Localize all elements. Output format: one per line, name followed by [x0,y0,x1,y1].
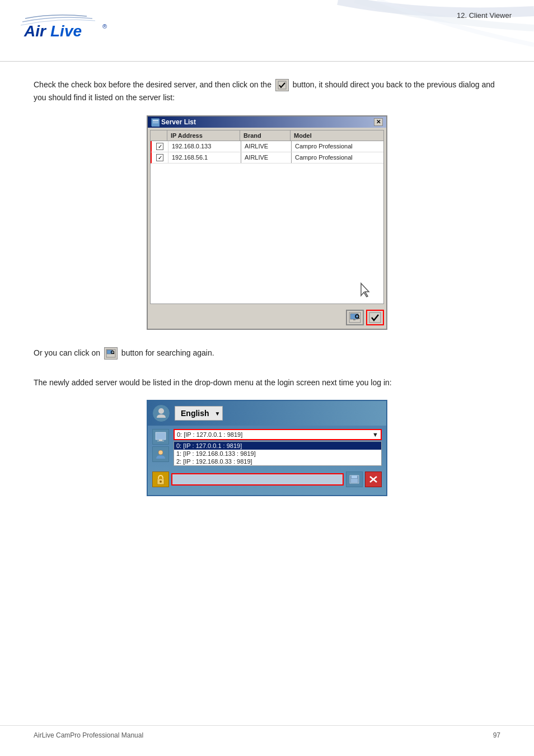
save-icon [349,475,359,484]
or-text: Or you can click on [34,348,100,357]
logo: Air Live ® [20,8,115,42]
dialog-icon [151,118,159,126]
svg-rect-11 [353,319,355,320]
checkbox-cell-2[interactable]: ✓ [152,152,168,163]
person-icon [154,407,168,420]
intro-paragraph: Check the check box before the desired s… [34,78,500,104]
footer-page: 97 [493,731,500,739]
dialog-titlebar-left: Server List [151,118,196,126]
or-text2: button for searching again. [121,348,214,357]
page-header: Air Live ® 12. Client Viewer [0,0,534,62]
search-button[interactable] [346,310,364,325]
lock-icon [156,474,166,485]
brand-cell-1: AIRLIVE [241,141,292,152]
person2-icon [155,449,166,459]
server-list-dialog-wrapper: Server List ✕ IP Address Brand Model ✓ [34,115,500,330]
intro-text-before: Check the check box before the desired s… [34,80,271,89]
dropdown-item-2[interactable]: 2: [IP : 192.168.0.33 : 9819] [174,458,381,465]
dialog-title: Server List [161,118,196,126]
monitor-icon-box [152,429,169,445]
svg-rect-27 [352,475,357,478]
brand-cell-2: AIRLIVE [241,152,292,163]
monitor-icon [155,432,166,442]
page-footer: AirLive CamPro Professional Manual 97 [0,725,534,739]
svg-text:Air: Air [24,22,47,40]
svg-text:Live: Live [50,22,82,40]
svg-rect-28 [351,479,358,483]
inline-search-button [104,347,118,360]
server-dropdown[interactable]: 0: [IP : 127.0.0.1 : 9819] ▼ [174,429,382,440]
login-top-bar: English ▼ [148,401,386,426]
login-middle: 0: [IP : 127.0.0.1 : 9819] ▼ 0: [IP : 12… [148,426,386,469]
footer-manual: AirLive CamPro Professional Manual [34,731,143,739]
cursor-icon [359,282,372,298]
login-screen-wrapper: English ▼ [34,400,500,496]
inline-ok-button [275,79,289,91]
model-cell-2: Campro Professional [292,152,383,163]
server-dropdown-list: 0: [IP : 127.0.0.1 : 9819] 1: [IP : 192.… [174,441,382,466]
ip-cell-2: 192.168.56.1 [168,152,241,163]
language-dropdown[interactable]: English ▼ [175,406,223,421]
dropdown-arrow-icon: ▼ [215,410,221,417]
login-left-icons [152,429,170,462]
svg-rect-6 [153,122,158,122]
save-btn[interactable] [346,472,363,487]
dropdown-item-1[interactable]: 1: [IP : 192.168.0.133 : 9819] [174,450,381,458]
login-description: The newly added server would be listed i… [34,376,500,389]
svg-point-25 [160,480,162,483]
x-icon [368,475,378,484]
svg-point-23 [158,450,163,455]
svg-rect-7 [153,123,158,123]
cancel-btn[interactable] [365,472,382,487]
lock-icon-box [152,472,169,487]
svg-text:®: ® [102,23,107,30]
svg-rect-14 [369,312,381,323]
dialog-footer [148,306,386,329]
header-checkbox-col [151,130,167,141]
ok-button[interactable] [366,310,384,325]
login-bottom-row [148,469,386,489]
login-right-area: 0: [IP : 127.0.0.1 : 9819] ▼ 0: [IP : 12… [174,429,382,466]
language-label: English [177,408,213,419]
search-icon [349,312,361,323]
inline-search-icon [106,349,116,358]
svg-rect-5 [153,120,158,121]
ok-icon [369,312,381,323]
user-avatar-icon [152,404,170,422]
checkbox-2[interactable]: ✓ [156,154,163,161]
person-icon-box [152,446,169,462]
dropdown-arrow2-icon: ▼ [372,431,378,438]
table-header: IP Address Brand Model [151,130,383,141]
or-paragraph: Or you can click on button for searching… [34,347,500,360]
server-list-dialog: Server List ✕ IP Address Brand Model ✓ [147,115,387,330]
header-decoration [310,0,534,62]
header-brand: Brand [240,130,291,141]
checkbox-1[interactable]: ✓ [156,143,163,150]
table-row: ✓ 192.168.0.133 AIRLIVE Campro Professio… [151,141,383,152]
model-cell-1: Campro Professional [292,141,383,152]
page-number-top: 12. Client Viewer [457,11,512,20]
dialog-close-button[interactable]: ✕ [374,118,383,126]
svg-rect-22 [157,441,164,441]
password-field[interactable] [171,473,344,486]
dialog-titlebar: Server List ✕ [148,116,386,128]
svg-marker-8 [361,283,369,297]
dropdown-item-0[interactable]: 0: [IP : 127.0.0.1 : 9819] [174,442,381,450]
svg-point-19 [158,408,164,414]
server-field-value: 0: [IP : 127.0.0.1 : 9819] [177,431,242,438]
logo-swoosh: Air Live ® [20,8,115,42]
svg-rect-20 [156,432,166,440]
login-screen: English ▼ [147,400,387,496]
header-model: Model [291,130,383,141]
main-content: Check the check box before the desired s… [0,62,534,530]
table-row: ✓ 192.168.56.1 AIRLIVE Campro Profession… [151,152,383,164]
server-list-table: IP Address Brand Model ✓ 192.168.0.133 A… [150,130,384,304]
svg-rect-21 [159,440,162,441]
table-empty-area [151,164,383,304]
ip-cell-1: 192.168.0.133 [168,141,241,152]
checkbox-cell-1[interactable]: ✓ [152,141,168,152]
header-ip: IP Address [167,130,240,141]
